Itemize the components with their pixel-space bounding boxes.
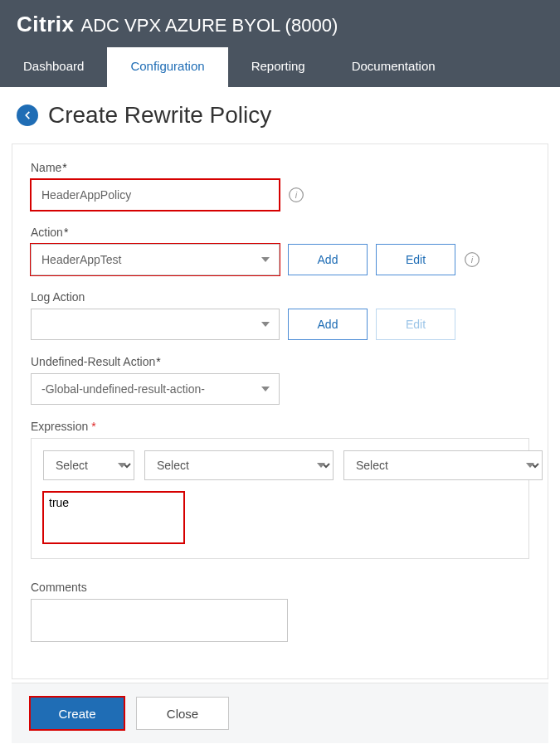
svg-text:i: i [471,255,474,265]
edit-log-action-button: Edit [376,309,455,340]
info-icon[interactable]: i [288,187,304,203]
expr-select-1[interactable]: Select [43,450,134,480]
comments-textarea[interactable] [31,599,288,642]
tab-reporting[interactable]: Reporting [228,47,329,87]
brand-logo: Citrix [17,12,74,37]
expression-builder: Select Select Select true [31,438,529,559]
label-expression: Expression [31,420,529,433]
close-button[interactable]: Close [136,697,229,730]
field-comments: Comments [31,581,529,645]
tab-dashboard[interactable]: Dashboard [0,47,107,87]
name-input[interactable] [31,179,280,211]
form-footer: Create Close [12,683,548,743]
add-log-action-button[interactable]: Add [288,309,368,340]
field-name: Name i [31,161,529,211]
nav-tabs: Dashboard Configuration Reporting Docume… [0,47,560,87]
undefined-result-select[interactable]: -Global-undefined-result-action- [31,373,280,405]
label-comments: Comments [31,581,529,594]
page-title: Create Rewrite Policy [48,102,271,129]
svg-text:i: i [295,190,298,200]
form-card: Name i Action HeaderAppTest Add Edit i L… [12,143,548,679]
label-undefined-result: Undefined-Result Action [31,355,529,368]
page-header: Create Rewrite Policy [8,87,552,143]
info-icon[interactable]: i [464,251,480,268]
expr-select-2[interactable]: Select [144,450,334,480]
product-name: ADC VPX AZURE BYOL (8000) [80,15,338,36]
tab-documentation[interactable]: Documentation [329,47,459,87]
log-action-select[interactable] [31,309,280,340]
page-body: Create Rewrite Policy Name i Action Head… [0,87,560,743]
arrow-left-icon [22,109,33,121]
label-log-action: Log Action [31,290,529,304]
add-action-button[interactable]: Add [288,244,368,275]
field-action: Action HeaderAppTest Add Edit i [31,226,529,275]
label-name: Name [31,161,529,174]
tab-configuration[interactable]: Configuration [107,47,227,87]
create-button[interactable]: Create [30,697,124,730]
expr-select-3[interactable]: Select [343,450,543,480]
expression-textarea[interactable]: true [43,492,184,543]
edit-action-button[interactable]: Edit [376,244,455,275]
field-undefined-result: Undefined-Result Action -Global-undefine… [31,355,529,405]
field-log-action: Log Action Add Edit [31,290,529,340]
field-expression: Expression Select Select Select true [31,420,529,559]
action-select[interactable]: HeaderAppTest [31,244,280,275]
back-button[interactable] [17,105,38,126]
header-bar: Citrix ADC VPX AZURE BYOL (8000) [0,0,560,47]
label-action: Action [31,226,529,239]
